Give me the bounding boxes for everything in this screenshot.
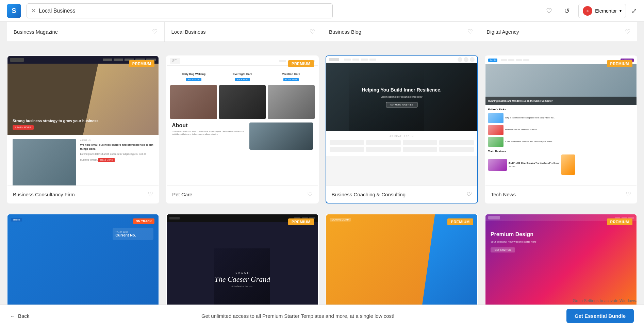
tech-articles: Why Is the Most Interesting New York Sto…	[488, 113, 634, 147]
category-digital-agency[interactable]: Digital Agency ♡	[480, 22, 638, 42]
template-footer: Tech News ♡	[485, 185, 637, 203]
favorite-icon[interactable]: ♡	[626, 191, 631, 198]
review-image-2	[561, 154, 575, 175]
elementor-label: Elementor	[595, 8, 617, 14]
template-card-business-consultancy[interactable]: Strong business strategy to grow your bu…	[7, 55, 159, 203]
coaching-cta-button[interactable]: GET MORE TOGETHER	[386, 102, 417, 107]
back-arrow-icon: ←	[10, 313, 15, 319]
template-footer: Business Coaching & Consulting ♡	[326, 185, 477, 203]
template-footer: Pet Care ♡	[167, 185, 318, 203]
pet-dogs-row	[167, 85, 318, 119]
svg-point-2	[172, 61, 174, 62]
keep-track-badge: ON TRACK	[133, 218, 155, 224]
template-footer: Business Consultancy Firm ♡	[7, 185, 159, 203]
external-link-button[interactable]: ⤢	[631, 7, 637, 15]
footer-promo-text: Get unlimited access to all Premium Star…	[201, 313, 394, 319]
dog-image-1	[170, 85, 217, 119]
coaching-preview: Helping You Build Inner Resilience. Lore…	[326, 56, 477, 185]
editors-picks-label: Editor's Picks	[488, 108, 634, 111]
pet-hero: Daily Dog Walking BOOK NOW Overnight Car…	[167, 66, 318, 85]
tech-content: Editor's Picks Why Is the Most Interesti…	[485, 105, 637, 178]
elementor-badge: E	[583, 6, 592, 16]
tech-article-1: Why Is the Most Interesting New York Sto…	[488, 113, 634, 123]
category-business-blog[interactable]: Business Blog ♡	[322, 22, 480, 42]
template-card-tech-news[interactable]: TechN SUBSCRIBE Running macOS and Window…	[485, 55, 637, 203]
bc-preview: Strong business strategy to grow your bu…	[7, 56, 159, 185]
tech-article-2: Netflix shares on Microsoft Surface...	[488, 125, 634, 135]
header: S ✕ ♡ ↺ E Elementor ▾ ⤢	[0, 0, 644, 22]
template-preview: Strong business strategy to grow your bu…	[7, 56, 159, 185]
template-name: Pet Care	[172, 192, 192, 197]
elementor-dropdown[interactable]: E Elementor ▾	[578, 4, 626, 18]
favorite-icon[interactable]: ♡	[466, 191, 472, 198]
bc-hero: Strong business strategy to grow your bu…	[7, 64, 159, 135]
windows-activate-notice: Go to Settings to activate Windows.	[573, 298, 637, 303]
svg-point-1	[175, 59, 177, 60]
pet-logo	[170, 58, 180, 64]
favorites-button[interactable]: ♡	[543, 5, 555, 17]
bc-body-image	[13, 139, 76, 185]
category-local-business[interactable]: Local Business ♡	[165, 22, 323, 42]
template-name: Business Consultancy Firm	[13, 192, 75, 197]
heart-icon[interactable]: ♡	[152, 28, 158, 35]
tech-hero-image: Running macOS and Windows 10 on the Same…	[485, 64, 637, 105]
article-image-1	[488, 113, 503, 123]
back-button[interactable]: ← Back	[10, 313, 29, 319]
favorite-icon[interactable]: ♡	[148, 191, 153, 198]
tech-review-row: iPad Pro M1 Chip: Bringing The MacBook P…	[488, 154, 634, 175]
tech-preview: TechN SUBSCRIBE Running macOS and Window…	[485, 56, 637, 185]
category-business-magazine[interactable]: Business Magazine ♡	[7, 22, 165, 42]
heart-icon[interactable]: ♡	[310, 28, 315, 35]
moving-logo: MOVING CORP	[330, 218, 351, 222]
bc-body: ABOUT US We help small business owners a…	[7, 135, 159, 185]
template-grid: Strong business strategy to grow your bu…	[7, 49, 637, 207]
template-preview: Helping You Build Inner Resilience. Lore…	[326, 56, 477, 185]
review-image	[488, 159, 507, 171]
keep-track-logo: stabilis	[11, 218, 22, 222]
premium-badge: PREMIUM	[288, 60, 314, 67]
search-bar[interactable]: ✕	[27, 3, 333, 18]
get-bundle-button[interactable]: Get Essential Bundle	[566, 309, 634, 323]
premium-badge: PREMIUM	[288, 218, 314, 225]
heart-icon[interactable]: ♡	[467, 28, 473, 35]
keep-track-widget: Th, 24 June Current No.	[113, 228, 153, 240]
template-name: Business Coaching & Consulting	[332, 192, 406, 197]
caeser-hero: GRAND The Caeser Grand At the heart of t…	[214, 248, 270, 310]
favorite-icon[interactable]: ♡	[307, 191, 313, 198]
pet-about-section: About Lorem ipsum dolor sit amet, consec…	[167, 119, 318, 153]
template-preview: TechN SUBSCRIBE Running macOS and Window…	[485, 56, 637, 185]
svg-point-0	[172, 59, 175, 61]
bc-cta-btn: LEARN MORE	[13, 125, 34, 130]
search-input[interactable]	[39, 8, 328, 14]
bc-body-text: ABOUT US We help small business owners a…	[80, 139, 153, 185]
refresh-button[interactable]: ↺	[561, 5, 573, 17]
premium-badge: PREMIUM	[607, 218, 632, 225]
template-preview: Daily Dog Walking BOOK NOW Overnight Car…	[167, 56, 318, 185]
category-row: Business Magazine ♡ Local Business ♡ Bus…	[7, 22, 637, 42]
tech-reviews-label: Tech Reviews	[488, 150, 634, 153]
template-card-business-coaching[interactable]: Helping You Build Inner Resilience. Lore…	[326, 55, 478, 203]
pet-about-image	[249, 122, 313, 150]
dog-image-3	[268, 85, 314, 119]
tech-hero-headline: Running macOS and Windows 10 on the Same…	[485, 97, 637, 105]
app-logo: S	[7, 4, 21, 18]
premium-badge: PREMIUM	[607, 60, 632, 67]
pet-service-2: Overnight Care BOOK NOW	[220, 72, 264, 82]
article-image-3	[488, 137, 503, 147]
template-name: Tech News	[491, 192, 516, 197]
template-card-pet-care[interactable]: Daily Dog Walking BOOK NOW Overnight Car…	[166, 55, 318, 203]
dropdown-chevron-icon: ▾	[620, 9, 622, 13]
coaching-hero-text: Helping You Build Inner Resilience.	[341, 87, 462, 94]
gradient-cta[interactable]: GET STARTED	[491, 247, 515, 252]
pet-service-3: Vacation Care BOOK NOW	[269, 72, 313, 82]
footer: ← Back Get unlimited access to all Premi…	[0, 305, 644, 327]
coaching-featured-section: AS FEATURED IN	[326, 131, 477, 156]
clear-search-button[interactable]: ✕	[31, 7, 36, 15]
tech-article-3: 5 Bits That Define Science and Sensibili…	[488, 137, 634, 147]
premium-badge: PREMIUM	[129, 60, 154, 67]
heart-icon[interactable]: ♡	[625, 28, 630, 35]
pet-about-text: About Lorem ipsum dolor sit amet, consec…	[172, 122, 246, 150]
pet-preview: Daily Dog Walking BOOK NOW Overnight Car…	[167, 56, 318, 185]
main-content: Business Magazine ♡ Local Business ♡ Bus…	[0, 22, 644, 327]
dog-image-2	[219, 85, 266, 119]
